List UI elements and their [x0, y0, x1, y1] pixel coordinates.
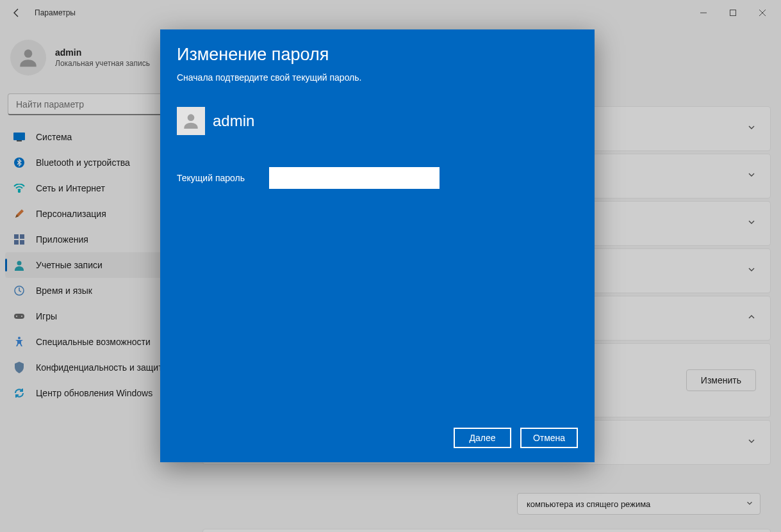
current-password-row: Текущий пароль: [177, 168, 578, 188]
change-password-dialog: Изменение пароля Сначала подтвердите сво…: [160, 29, 595, 462]
current-password-label: Текущий пароль: [177, 173, 254, 183]
avatar: [177, 107, 205, 135]
current-password-input[interactable]: [270, 168, 438, 188]
svg-point-17: [188, 114, 195, 121]
dialog-subtitle: Сначала подтвердите свой текущий пароль.: [177, 72, 578, 83]
dialog-username: admin: [213, 112, 254, 130]
dialog-user: admin: [177, 107, 578, 135]
cancel-button[interactable]: Отмена: [520, 428, 578, 448]
next-button[interactable]: Далее: [454, 428, 511, 448]
person-icon: [181, 111, 201, 131]
dialog-title: Изменение пароля: [177, 45, 578, 65]
